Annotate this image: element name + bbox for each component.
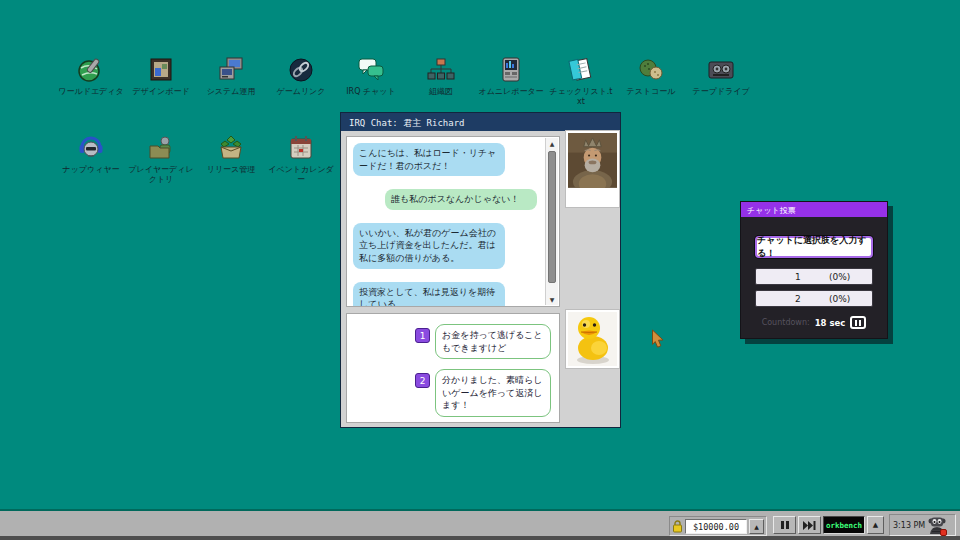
chat-message-richard: こんにちは、私はロード・リチャードだ！君のボスだ！ [353,143,505,176]
test-call-icon [636,55,666,85]
notification-badge [940,529,947,536]
desktop-icon-label: チェックリスト.txt [548,87,614,107]
design-board-icon [146,55,176,85]
poll-option-2[interactable]: 2 (0%) [755,290,873,307]
desktop-icon-label: ゲームリンク [277,87,326,97]
richard-portrait-image [568,133,617,188]
poll-option-2-percent: (0%) [829,294,850,304]
desktop-icon-label: プレイヤーディレクトリ [128,165,194,185]
poll-window-titlebar[interactable]: チャット投票 [741,202,887,217]
desktop-icon-irq-chat[interactable]: IRQ チャット [336,55,406,107]
org-chart-icon [426,55,456,85]
desktop-icon-label: システム運用 [207,87,256,97]
system-tray: 3:13 PM [889,514,956,536]
chat-message-richard: 投資家として、私は見返りを期待している。 [353,282,505,307]
desktop-icon-label: IRQ チャット [346,87,396,97]
desktop-icon-omni-reporter[interactable]: オムニレポーター [476,55,546,107]
desktop-icon-event-calendar[interactable]: イベントカレンダー [266,133,336,185]
desktop-icon-design-board[interactable]: デザインボード [126,55,196,107]
screen-bottom-strip [0,536,960,540]
scroll-up-icon[interactable]: ▲ [546,138,558,149]
desktop-icon-label: 組織図 [429,87,453,97]
release-mgmt-icon [216,133,246,163]
pause-icon[interactable] [850,316,866,329]
fast-forward-button[interactable] [798,516,821,534]
desktop-icon-label: テープドライブ [692,87,749,97]
checklist-icon [566,55,596,85]
money-display: $10000.00 ▲ [669,516,767,536]
countdown-value: 18 sec [815,318,846,328]
lock-icon [672,520,683,533]
tape-drive-icon [706,55,736,85]
game-speed-controls: orkbench ▲ [773,516,884,534]
chat-log: こんにちは、私はロード・リチャードだ！君のボスだ！ 誰も私のボスなんかじゃない！… [346,136,560,307]
napwire-icon [76,133,106,163]
option-1-badge[interactable]: 1 [415,328,430,343]
desktop-icon-tape-drive[interactable]: テープドライブ [686,55,756,107]
world-editor-icon [76,55,106,85]
irq-chat-icon [356,55,386,85]
desktop-icon-label: イベントカレンダー [268,165,334,185]
chat-window: IRQ Chat: 君主 Richard こんにちは、私はロード・リチャードだ！… [340,112,621,428]
chat-window-title: IRQ Chat: 君主 Richard [349,118,465,128]
richard-avatar [565,130,620,208]
desktop-icon-player-directory[interactable]: プレイヤーディレクトリ [126,133,196,185]
money-spin-up-button[interactable]: ▲ [749,519,764,534]
desktop-icon-label: オムニレポーター [478,87,543,97]
clock: 3:13 PM [893,521,925,530]
desktop-icon-system-ops[interactable]: システム運用 [196,55,266,107]
chat-poll-window: チャット投票 チャットに選択肢を入力する！ 1 (0%) 2 (0%) Coun… [740,201,888,339]
mouse-cursor [651,329,668,349]
poll-option-1[interactable]: 1 (0%) [755,268,873,285]
player-duck-avatar [565,309,620,369]
system-ops-icon [216,55,246,85]
desktop-icon-row-2: ナップウィヤー プレイヤーディレクトリ リリース管理 イベントカレンダー [56,133,336,185]
option-2-badge[interactable]: 2 [415,373,430,388]
scroll-down-icon[interactable]: ▼ [546,294,558,305]
poll-window-title: チャット投票 [747,206,796,215]
desktop-icon-label: ナップウィヤー [62,165,119,175]
chat-window-titlebar[interactable]: IRQ Chat: 君主 Richard [341,113,620,131]
chat-message-richard: いいかい、私が君のゲーム会社の立ち上げ資金を出したんだ。君は私に多額の借りがある… [353,223,505,269]
game-link-icon [286,55,316,85]
player-directory-icon [146,133,176,163]
desktop-icon-world-editor[interactable]: ワールドエディタ [56,55,126,107]
poll-option-1-label: 1 [795,272,801,282]
gorilla-tray-icon[interactable] [928,516,946,535]
poll-option-1-percent: (0%) [829,272,850,282]
speed-lcd-display: orkbench [823,516,865,534]
desktop-icon-test-call[interactable]: テストコール [616,55,686,107]
taskbar: $10000.00 ▲ orkbench ▲ 3:13 PM [0,509,960,536]
desktop-icon-label: デザインボード [132,87,189,97]
poll-countdown: Countdown: 18 sec [741,316,887,329]
chat-message-player: 誰も私のボスなんかじゃない！ [385,189,537,210]
desktop-icon-label: ワールドエディタ [58,87,123,97]
rubber-duck-image [568,312,617,366]
chat-option-2[interactable]: 2 分かりました、素晴らしいゲームを作って返済します！ [415,369,551,417]
poll-prompt-button[interactable]: チャットに選択肢を入力する！ [755,236,873,258]
chat-scrollbar[interactable]: ▲ ▼ [545,138,558,305]
money-field: $10000.00 [685,519,747,534]
desktop-icon-napwire[interactable]: ナップウィヤー [56,133,126,185]
chat-option-1[interactable]: 1 お金を持って逃げることもできますけど [415,324,551,359]
desktop-icon-org-chart[interactable]: 組織図 [406,55,476,107]
option-1-text[interactable]: お金を持って逃げることもできますけど [435,324,551,359]
countdown-label: Countdown: [762,318,810,327]
desktop-icon-row-1: ワールドエディタ デザインボード システム運用 ゲームリンク IRQ チャット … [56,55,756,107]
desktop-icon-label: テストコール [627,87,676,97]
event-calendar-icon [286,133,316,163]
fast-forward-icon [803,521,816,530]
poll-option-2-label: 2 [795,294,801,304]
desktop-icon-game-link[interactable]: ゲームリンク [266,55,336,107]
chat-options-panel: 1 お金を持って逃げることもできますけど 2 分かりました、素晴らしいゲームを作… [346,313,560,423]
speed-up-button[interactable]: ▲ [867,516,884,534]
desktop-icon-label: リリース管理 [207,165,256,175]
desktop-icon-checklist[interactable]: チェックリスト.txt [546,55,616,107]
option-2-text[interactable]: 分かりました、素晴らしいゲームを作って返済します！ [435,369,551,417]
omni-reporter-icon [496,55,526,85]
pause-button[interactable] [773,516,796,534]
desktop-icon-release-mgmt[interactable]: リリース管理 [196,133,266,185]
scrollbar-thumb[interactable] [548,151,556,283]
